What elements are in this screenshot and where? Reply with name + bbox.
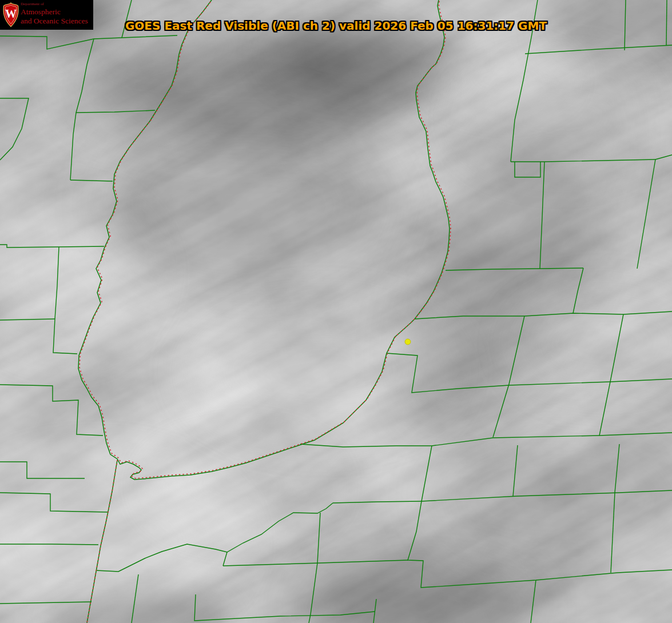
logo-text-block: Department of Atmospheric and Oceanic Sc… (21, 0, 88, 25)
logo-department-line: Department of (21, 2, 88, 6)
crest-letter: W (5, 7, 17, 20)
county-boundary-line (666, 0, 667, 46)
satellite-map (0, 0, 672, 623)
uw-aos-logo: W Department of Atmospheric and Oceanic … (0, 0, 93, 30)
logo-name-line2: and Oceanic Sciences (21, 17, 88, 26)
satellite-image-viewer: W Department of Atmospheric and Oceanic … (0, 0, 672, 623)
logo-name-line1: Atmospheric (21, 7, 88, 17)
uw-crest-icon: W (2, 2, 19, 28)
station-marker-dot (405, 339, 411, 345)
